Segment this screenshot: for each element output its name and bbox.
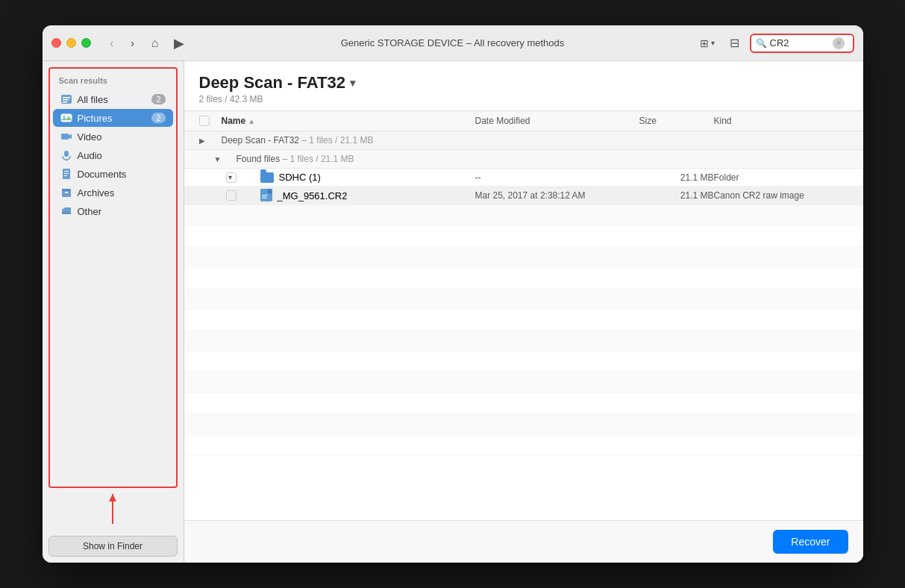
- main-window: ‹ › ⌂ ▶ Generic STORAGE DEVICE – All rec…: [43, 25, 863, 563]
- recover-button[interactable]: Recover: [773, 530, 848, 554]
- kind-column-header[interactable]: Kind: [714, 116, 848, 126]
- expand-arrow-icon[interactable]: ▾: [228, 173, 232, 181]
- timer-button[interactable]: ▶: [169, 33, 190, 54]
- empty-row-2: [184, 226, 863, 247]
- pictures-icon: [60, 112, 72, 124]
- folder-icon: [260, 172, 274, 183]
- cr2-file-icon: [260, 190, 272, 201]
- sdhc-filename: SDHC (1): [279, 172, 321, 183]
- svg-rect-2: [63, 99, 69, 101]
- view-button[interactable]: ⊞ ▾: [695, 34, 719, 52]
- window-title: Generic STORAGE DEVICE – All recovery me…: [341, 37, 565, 49]
- nav-buttons: ‹ ›: [103, 34, 142, 52]
- empty-row-4: [184, 268, 863, 289]
- sidebar-item-audio[interactable]: Audio: [53, 146, 173, 164]
- sidebar-item-video[interactable]: Video: [53, 128, 173, 146]
- audio-label: Audio: [78, 150, 102, 161]
- sidebar-item-archives[interactable]: Archives: [53, 184, 173, 201]
- scan-title-text: Deep Scan - FAT32: [199, 73, 345, 93]
- svg-rect-12: [64, 171, 69, 172]
- all-files-label: All files: [78, 94, 108, 105]
- search-icon: 🔍: [756, 38, 767, 49]
- date-column-header[interactable]: Date Modified: [475, 116, 639, 126]
- search-input[interactable]: [770, 37, 830, 49]
- svg-rect-1: [63, 97, 70, 98]
- view-chevron-icon: ▾: [711, 39, 715, 47]
- titlebar: ‹ › ⌂ ▶ Generic STORAGE DEVICE – All rec…: [43, 25, 863, 61]
- svg-rect-16: [62, 189, 71, 191]
- cr2-checkbox-cell: [226, 190, 248, 201]
- content-footer: Recover: [184, 520, 863, 563]
- close-button[interactable]: [51, 38, 61, 48]
- sidebar: Scan results All files 2 Pictures 2: [43, 61, 184, 563]
- empty-row-1: [184, 205, 863, 226]
- documents-label: Documents: [78, 169, 127, 180]
- svg-rect-9: [64, 151, 69, 157]
- sdhc-checkbox-cell: ▾: [226, 172, 248, 183]
- size-column-header[interactable]: Size: [639, 116, 714, 126]
- svg-rect-3: [63, 101, 67, 103]
- file-table: Name ▲ Date Modified Size Kind ▶: [184, 110, 863, 520]
- checkbox-header: [199, 116, 222, 126]
- file-count: 2 files / 42.3 MB: [199, 94, 848, 104]
- main-content: Scan results All files 2 Pictures 2: [43, 61, 863, 563]
- name-column-header[interactable]: Name ▲: [222, 116, 475, 126]
- empty-row-9: [184, 372, 863, 393]
- svg-rect-25: [262, 198, 267, 198]
- sidebar-footer: Show in Finder: [43, 530, 184, 563]
- sidebar-item-other[interactable]: Other: [53, 202, 173, 220]
- filter-button[interactable]: ⊟: [725, 33, 744, 53]
- search-clear-button[interactable]: ✕: [833, 37, 845, 49]
- group-expand-deep-scan[interactable]: ▶: [199, 137, 222, 145]
- svg-rect-24: [262, 196, 266, 197]
- sidebar-arrow-container: [43, 494, 184, 530]
- search-box: 🔍 ✕: [750, 34, 854, 53]
- back-button[interactable]: ‹: [103, 34, 121, 52]
- empty-row-10: [184, 393, 863, 414]
- empty-row-12: [184, 435, 863, 456]
- sdhc-size: 21.1 MB: [639, 172, 714, 183]
- video-label: Video: [78, 131, 102, 143]
- other-icon: [60, 205, 72, 217]
- group-row-deep-scan: ▶ Deep Scan - FAT32 – 1 files / 21.1 MB: [184, 131, 863, 150]
- maximize-button[interactable]: [81, 38, 91, 48]
- home-button[interactable]: ⌂: [145, 33, 166, 54]
- sdhc-kind: Folder: [714, 172, 848, 183]
- cr2-name-cell: _MG_9561.CR2: [248, 190, 475, 201]
- svg-rect-15: [62, 190, 71, 197]
- scan-title-dropdown[interactable]: ▾: [350, 77, 355, 89]
- show-in-finder-button[interactable]: Show in Finder: [48, 536, 178, 557]
- pictures-label: Pictures: [78, 113, 113, 124]
- svg-marker-8: [69, 134, 72, 139]
- table-row-sdhc[interactable]: ▾ SDHC (1) -- 21.1 MB Folder: [184, 169, 863, 187]
- sidebar-item-all-files[interactable]: All files 2: [53, 90, 173, 108]
- traffic-lights: [51, 38, 91, 48]
- svg-rect-18: [62, 213, 71, 214]
- audio-icon: [60, 149, 72, 161]
- pictures-badge: 2: [151, 113, 165, 123]
- sdhc-date: --: [475, 172, 639, 183]
- sdhc-name-cell: SDHC (1): [248, 172, 475, 183]
- sidebar-panel: Scan results All files 2 Pictures 2: [48, 67, 178, 488]
- svg-rect-4: [61, 114, 72, 122]
- view-icon: ⊞: [700, 37, 709, 49]
- cr2-kind: Canon CR2 raw image: [714, 190, 848, 201]
- select-all-checkbox[interactable]: [199, 116, 210, 126]
- empty-row-5: [184, 289, 863, 310]
- svg-rect-7: [61, 134, 69, 140]
- scan-title: Deep Scan - FAT32 ▾: [199, 73, 848, 93]
- cr2-checkbox[interactable]: [226, 190, 237, 201]
- forward-button[interactable]: ›: [124, 34, 142, 52]
- empty-row-6: [184, 310, 863, 331]
- name-sort-arrow: ▲: [248, 117, 255, 125]
- sidebar-item-documents[interactable]: Documents: [53, 165, 173, 183]
- group-expand-found-files[interactable]: ▼: [214, 155, 237, 163]
- minimize-button[interactable]: [66, 38, 76, 48]
- archives-icon: [60, 187, 72, 198]
- sidebar-item-pictures[interactable]: Pictures 2: [53, 109, 173, 127]
- all-files-icon: [60, 93, 72, 105]
- table-row-cr2[interactable]: _MG_9561.CR2 Mar 25, 2017 at 2:38:12 AM …: [184, 187, 863, 205]
- cr2-size: 21.1 MB: [639, 190, 714, 201]
- sdhc-checkbox[interactable]: ▾: [226, 172, 237, 183]
- subgroup-row-found-files: ▼ Found files – 1 files / 21.1 MB: [184, 150, 863, 169]
